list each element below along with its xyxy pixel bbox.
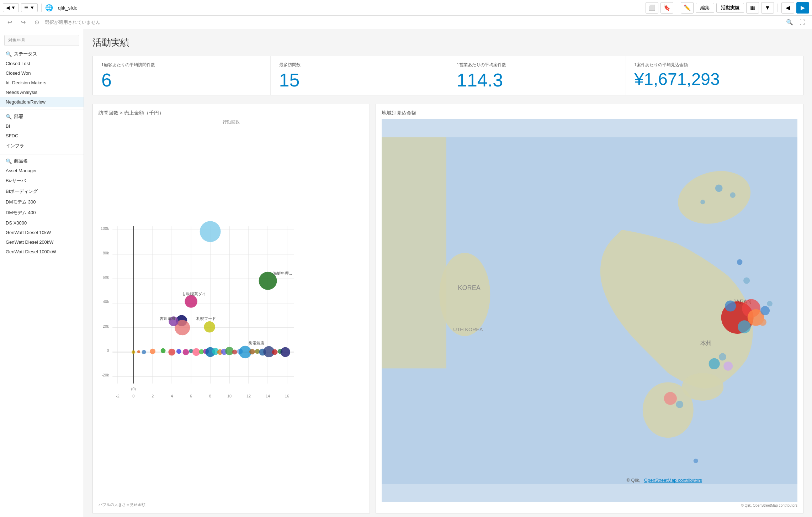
svg-point-101 xyxy=(737,259,743,265)
dropdown-btn[interactable]: ▼ xyxy=(761,2,774,14)
toolbar: ◀ ▼ ☰ ▼ 🌐 qlik_sfdc ⬜ 🔖 ✏️ 編集 活動実績 ▦ ▼ ◀… xyxy=(0,0,812,16)
separator-1 xyxy=(41,4,42,12)
status-item-id-decision[interactable]: Id. Decision Makers xyxy=(0,78,84,88)
svg-text:OpenStreetMap contributors: OpenStreetMap contributors xyxy=(644,478,702,483)
selection-bar: ↩ ↪ ⊙ 選択が適用されていません 🔍 ⛶ xyxy=(0,16,812,29)
svg-text:海鮮料理...: 海鮮料理... xyxy=(273,271,292,275)
svg-point-85 xyxy=(730,192,736,198)
scatter-title: 訪問回数 × 売上金額（千円） xyxy=(99,110,364,116)
svg-text:札幌フード: 札幌フード xyxy=(196,316,216,321)
clear-btn[interactable]: ⊙ xyxy=(31,17,42,27)
product-item-6[interactable]: GenWatt Diesel 10kW xyxy=(0,228,84,237)
svg-text:60k: 60k xyxy=(103,275,109,279)
svg-point-45 xyxy=(183,349,189,355)
product-item-8[interactable]: GenWatt Diesel 1000kW xyxy=(0,247,84,257)
list-arrow-icon: ▼ xyxy=(30,5,35,10)
svg-point-34 xyxy=(200,221,221,242)
svg-point-47 xyxy=(192,348,200,356)
date-filter-label: 対象年月 xyxy=(8,38,25,43)
nav-prev-btn[interactable]: ◀ xyxy=(781,2,794,14)
activity-btn[interactable]: 活動実績 xyxy=(716,3,744,13)
fullscreen-btn[interactable]: ⛶ xyxy=(797,17,808,27)
main-layout: 対象年月 🔍 ステータス Closed Lost Closed Won Id. … xyxy=(0,29,812,517)
qlik-icon: 🌐 xyxy=(45,4,53,12)
sel-right: 🔍 ⛶ xyxy=(784,17,808,27)
svg-text:本州: 本州 xyxy=(700,340,712,346)
svg-text:街電気店: 街電気店 xyxy=(249,341,264,345)
gallery-btn[interactable]: ▦ xyxy=(746,2,759,14)
svg-point-48 xyxy=(199,349,204,354)
svg-point-95 xyxy=(709,358,720,369)
dept-item-bi[interactable]: BI xyxy=(0,121,84,131)
dept-item-infra[interactable]: インフラ xyxy=(0,141,84,151)
bookmark-btn[interactable]: 🔖 xyxy=(660,2,673,14)
pencil-btn[interactable]: ✏️ xyxy=(681,2,694,14)
svg-point-99 xyxy=(676,401,683,408)
search-icon: 🔍 xyxy=(6,51,12,57)
product-item-7[interactable]: GenWatt Diesel 200kW xyxy=(0,237,84,247)
scatter-chart: 訪問回数 × 売上金額（千円） 行動回数 .axis-label { font-… xyxy=(92,104,370,513)
date-filter[interactable]: 対象年月 xyxy=(4,35,79,46)
kpi-label-1: 最多訪問数 xyxy=(279,62,440,68)
svg-point-75 xyxy=(439,253,490,336)
svg-text:16: 16 xyxy=(285,394,289,398)
sep-1 xyxy=(0,110,84,110)
svg-text:2: 2 xyxy=(152,394,154,398)
svg-rect-77 xyxy=(382,137,446,368)
svg-text:0: 0 xyxy=(107,348,109,353)
separator-2 xyxy=(677,4,677,12)
status-item-closed-lost[interactable]: Closed Lost xyxy=(0,59,84,68)
separator-3 xyxy=(777,4,778,12)
nav-next-btn[interactable]: ▶ xyxy=(796,2,809,14)
kpi-0: 1顧客あたりの平均訪問件数 6 xyxy=(93,56,271,95)
product-item-3[interactable]: DMモデム 300 xyxy=(0,197,84,207)
svg-point-100 xyxy=(743,277,750,284)
kpi-value-1: 15 xyxy=(279,71,440,89)
back-app-btn[interactable]: ◀ ▼ xyxy=(3,3,19,12)
monitor-btn[interactable]: ⬜ xyxy=(646,2,658,14)
undo-btn[interactable]: ↩ xyxy=(4,17,15,27)
arrow-left-icon: ◀ xyxy=(6,5,10,10)
svg-point-41 xyxy=(150,349,155,354)
svg-point-98 xyxy=(664,392,677,405)
kpi-row: 1顧客あたりの平均訪問件数 6 最多訪問数 15 1営業あたりの平均案件数 11… xyxy=(92,56,803,95)
status-filter-section: 🔍 ステータス Closed Lost Closed Won Id. Decis… xyxy=(0,49,84,107)
product-item-1[interactable]: Bizサーバ xyxy=(0,175,84,186)
svg-text:0: 0 xyxy=(132,394,134,398)
toolbar-right: ⬜ 🔖 ✏️ 編集 活動実績 ▦ ▼ ◀ ▶ xyxy=(646,2,809,14)
svg-text:KOREA: KOREA xyxy=(458,284,481,291)
list-view-btn[interactable]: ☰ ▼ xyxy=(21,3,38,12)
svg-text:8: 8 xyxy=(209,394,211,398)
product-item-5[interactable]: DS X3000 xyxy=(0,218,84,228)
svg-text:古川電機: 古川電機 xyxy=(160,316,175,321)
status-item-closed-won[interactable]: Closed Won xyxy=(0,68,84,78)
svg-text:(0): (0) xyxy=(131,387,136,391)
product-item-4[interactable]: DMモデム 400 xyxy=(0,207,84,218)
kpi-value-3: ¥1,671,293 xyxy=(635,71,795,88)
svg-point-90 xyxy=(738,320,750,333)
product-filter-section: 🔍 商品名 Asset Manager Bizサーバ BIボーディング DMモデ… xyxy=(0,156,84,257)
svg-text:100k: 100k xyxy=(101,226,109,231)
svg-text:14: 14 xyxy=(266,394,270,398)
svg-point-97 xyxy=(723,362,733,371)
svg-text:12: 12 xyxy=(246,394,251,398)
svg-point-92 xyxy=(760,306,770,315)
dept-item-sfdc[interactable]: SFDC xyxy=(0,131,84,141)
redo-btn[interactable]: ↪ xyxy=(18,17,28,27)
edit-btn[interactable]: 編集 xyxy=(696,3,714,13)
selection-text: 選択が適用されていません xyxy=(45,19,781,26)
svg-text:6: 6 xyxy=(190,394,192,398)
svg-text:-2: -2 xyxy=(116,394,120,398)
svg-point-93 xyxy=(759,318,766,326)
sep-2 xyxy=(0,154,84,154)
svg-point-89 xyxy=(725,300,736,311)
svg-point-67 xyxy=(142,350,146,354)
svg-point-58 xyxy=(249,349,255,355)
product-item-0[interactable]: Asset Manager xyxy=(0,166,84,175)
status-item-needs-analysis[interactable]: Needs Analysis xyxy=(0,88,84,97)
status-item-negotiation[interactable]: Negotiation/Review xyxy=(0,97,84,107)
map-caption: © Qlik, OpenStreetMap contributors xyxy=(382,503,797,507)
product-item-2[interactable]: BIボーディング xyxy=(0,186,84,197)
dept-filter-section: 🔍 部署 BI SFDC インフラ xyxy=(0,111,84,151)
search-btn[interactable]: 🔍 xyxy=(784,17,795,27)
